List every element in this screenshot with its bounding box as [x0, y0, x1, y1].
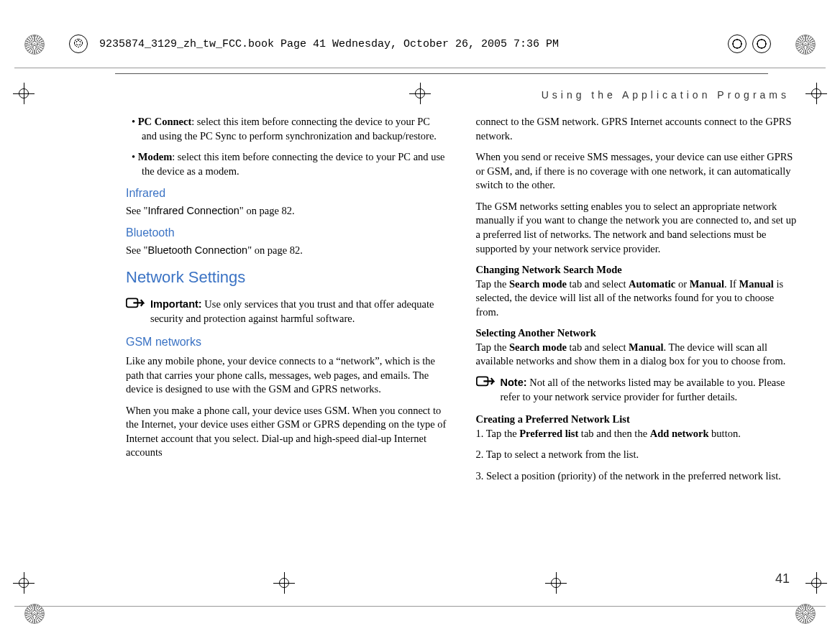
- heading-infrared: Infrared: [126, 185, 447, 201]
- document-meta-header: 9235874_3129_zh_tw_FCC.book Page 41 Wedn…: [69, 34, 771, 53]
- page-number: 41: [775, 571, 790, 586]
- ui-term: Manual: [690, 278, 724, 290]
- text: See ": [126, 205, 147, 216]
- text: . If: [724, 278, 739, 290]
- body-text: connect to the GSM network. GPRS Interne…: [476, 115, 798, 143]
- body-text: See "Bluetooth Connection" on page 82.: [126, 244, 447, 258]
- ui-term: Automatic: [629, 278, 675, 290]
- body-text: Like any mobile phone, your device conne…: [126, 354, 447, 397]
- cross-reference: Bluetooth Connection: [147, 244, 247, 256]
- arrow-note-icon: [126, 298, 145, 312]
- text: or: [675, 278, 689, 290]
- adobe-book-icon: [69, 34, 88, 53]
- heading-selecting-network: Selecting Another Network: [476, 326, 798, 341]
- divider: [115, 73, 768, 74]
- ui-term: Preferred list: [519, 428, 578, 439]
- text: " on page 82.: [239, 205, 295, 216]
- registration-mark: [273, 572, 295, 594]
- step: 2. Tap to select a network from the list…: [476, 448, 798, 462]
- registration-mark: [13, 83, 35, 104]
- text: Tap the: [476, 278, 510, 290]
- body-text: See "Infrared Connection" on page 82.: [126, 204, 447, 218]
- step: 1. Tap the Preferred list tab and then t…: [476, 427, 798, 441]
- print-mark-icon: [752, 34, 771, 53]
- registration-mark: [13, 572, 35, 594]
- term: Modem: [138, 151, 173, 162]
- important-label: Important:: [150, 298, 202, 310]
- step: 3. Select a position (priority) of the n…: [476, 469, 798, 484]
- list-item: • PC Connect: select this item before co…: [126, 115, 447, 143]
- body-text: The GSM networks setting enables you to …: [476, 200, 798, 256]
- text: Tap the: [476, 341, 510, 353]
- crop-mark-top-right: [795, 34, 816, 55]
- heading-creating-list: Creating a Preferred Network List: [476, 413, 798, 427]
- body-text: Not all of the networks listed may be av…: [501, 377, 785, 402]
- body-text: When you make a phone call, your device …: [126, 404, 447, 460]
- text: 1. Tap the: [476, 428, 520, 439]
- ui-term: Search mode: [509, 341, 567, 353]
- running-head: Using the Application Programs: [542, 89, 790, 101]
- text: tab and select: [567, 278, 629, 290]
- header-print-marks: [728, 34, 771, 53]
- ui-term: Manual: [629, 341, 663, 353]
- text: tab and select: [567, 341, 629, 353]
- text: tab and then the: [578, 428, 649, 439]
- body-text: When you send or receive SMS messages, y…: [476, 150, 798, 193]
- registration-mark: [545, 572, 567, 594]
- heading-bluetooth: Bluetooth: [126, 225, 447, 241]
- text: See ": [126, 244, 147, 256]
- list-item: • Modem: select this item before connect…: [126, 150, 447, 178]
- registration-mark: [805, 572, 827, 594]
- print-mark-icon: [728, 34, 747, 53]
- ui-term: Add network: [650, 428, 709, 439]
- note-label: Note:: [501, 377, 527, 388]
- divider: [14, 68, 826, 68]
- crop-mark-bottom-left: [24, 604, 45, 624]
- body-text: Tap the Search mode tab and select Manua…: [476, 341, 798, 369]
- column-left: • PC Connect: select this item before co…: [126, 115, 447, 572]
- term: PC Connect: [138, 116, 192, 127]
- text: " on page 82.: [247, 244, 303, 256]
- registration-mark: [805, 83, 827, 104]
- text: button.: [708, 428, 740, 439]
- crop-mark-top-left: [24, 34, 45, 55]
- crop-mark-bottom-right: [795, 604, 816, 624]
- registration-mark: [409, 83, 431, 104]
- heading-gsm-networks: GSM networks: [126, 334, 447, 350]
- body-text: : select this item before connecting the…: [142, 151, 445, 177]
- page-content: • PC Connect: select this item before co…: [126, 115, 797, 572]
- heading-network-settings: Network Settings: [126, 267, 447, 288]
- note-block: Note: Not all of the networks listed may…: [476, 376, 798, 404]
- column-right: connect to the GSM network. GPRS Interne…: [476, 115, 798, 572]
- important-note: Important: Use only services that you tr…: [126, 298, 447, 326]
- ui-term: Search mode: [509, 278, 567, 290]
- heading-changing-mode: Changing Network Search Mode: [476, 263, 798, 277]
- document-meta-text: 9235874_3129_zh_tw_FCC.book Page 41 Wedn…: [99, 38, 559, 50]
- cross-reference: Infrared Connection: [147, 205, 239, 216]
- arrow-note-icon: [476, 376, 495, 390]
- body-text: Tap the Search mode tab and select Autom…: [476, 277, 798, 320]
- divider: [14, 606, 826, 607]
- ui-term: Manual: [739, 278, 774, 290]
